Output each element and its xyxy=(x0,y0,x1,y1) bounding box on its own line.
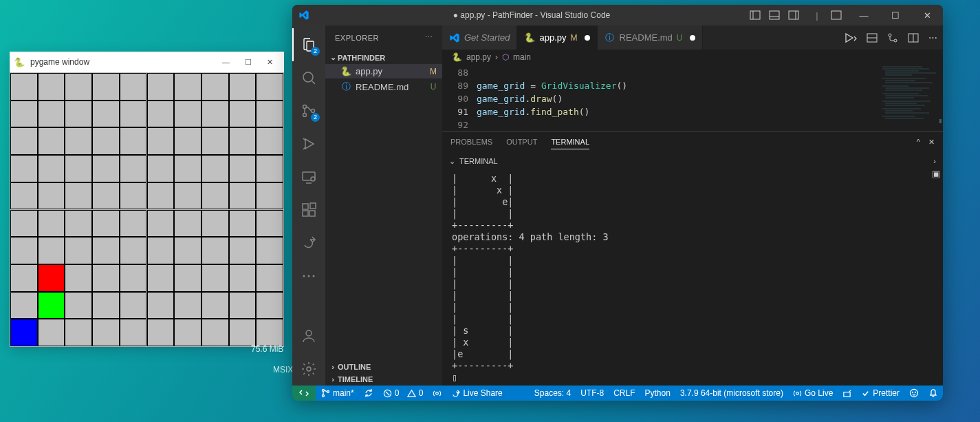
branch-button[interactable]: main* xyxy=(316,386,359,401)
grid-cell[interactable] xyxy=(202,292,229,319)
grid-cell[interactable] xyxy=(174,292,202,319)
activity-more[interactable] xyxy=(292,260,325,293)
explorer-more-icon[interactable]: ⋯ xyxy=(425,33,433,42)
terminal-expand-icon[interactable]: › xyxy=(933,157,936,165)
grid-cell[interactable] xyxy=(174,73,202,101)
grid-cell[interactable] xyxy=(174,237,202,264)
notifications-button[interactable] xyxy=(924,386,943,401)
grid-cell[interactable] xyxy=(92,127,120,155)
grid-cell[interactable] xyxy=(202,237,229,264)
prettier-button[interactable]: Prettier xyxy=(856,386,904,401)
grid-cell[interactable] xyxy=(38,210,65,238)
grid-cell[interactable] xyxy=(229,127,257,155)
grid-cell[interactable] xyxy=(10,319,38,346)
grid-cell[interactable] xyxy=(38,319,65,346)
grid-cell[interactable] xyxy=(120,101,147,128)
pygame-titlebar[interactable]: 🐍 pygame window — ☐ ✕ xyxy=(10,52,284,72)
grid-cell[interactable] xyxy=(229,210,257,238)
grid-cell[interactable] xyxy=(229,155,257,182)
grid-cell[interactable] xyxy=(202,264,229,292)
grid-cell[interactable] xyxy=(256,210,283,238)
layout-button-3[interactable] xyxy=(786,8,801,23)
spaces-button[interactable]: Spaces: 4 xyxy=(530,386,576,401)
minimize-button[interactable]: — xyxy=(222,58,230,67)
editor-content[interactable]: 8889909192 game_grid = GridVisualizer() … xyxy=(442,65,943,131)
layout-button-4[interactable] xyxy=(829,8,844,23)
close-button[interactable]: ✕ xyxy=(267,58,273,67)
grid-cell[interactable] xyxy=(10,292,38,319)
grid-cell[interactable] xyxy=(10,237,38,264)
grid-cell[interactable] xyxy=(256,127,283,155)
panel-tab-problems[interactable]: PROBLEMS xyxy=(450,135,492,149)
editor-tab[interactable]: 🐍app.pyM xyxy=(517,25,597,50)
grid-cell[interactable] xyxy=(229,73,257,101)
split-down-button[interactable] xyxy=(867,32,878,43)
maximize-button[interactable]: ☐ xyxy=(245,58,252,67)
grid-cell[interactable] xyxy=(38,237,65,264)
grid-cell[interactable] xyxy=(202,319,229,346)
grid-cell[interactable] xyxy=(147,127,175,155)
golive-button[interactable]: Go Live xyxy=(788,386,838,401)
grid-cell[interactable] xyxy=(38,127,65,155)
grid-cell[interactable] xyxy=(92,210,120,238)
breadcrumb[interactable]: 🐍 app.py › ⬡ main xyxy=(442,50,943,65)
grid-cell[interactable] xyxy=(229,182,257,210)
grid-cell[interactable] xyxy=(120,182,147,210)
grid-cell[interactable] xyxy=(120,319,147,346)
grid-cell[interactable] xyxy=(147,319,175,346)
grid-cell[interactable] xyxy=(256,182,283,210)
maximize-button[interactable]: ☐ xyxy=(880,5,911,25)
grid-cell[interactable] xyxy=(147,73,175,101)
grid-cell[interactable] xyxy=(174,210,202,238)
grid-cell[interactable] xyxy=(92,155,120,182)
split-right-button[interactable] xyxy=(908,32,919,43)
grid-cell[interactable] xyxy=(65,292,92,319)
vscode-titlebar[interactable]: ● app.py - PathFinder - Visual Studio Co… xyxy=(292,5,943,25)
grid-cell[interactable] xyxy=(202,73,229,101)
grid-cell[interactable] xyxy=(65,155,92,182)
grid-cell[interactable] xyxy=(229,319,257,346)
grid-cell[interactable] xyxy=(256,319,283,346)
grid-cell[interactable] xyxy=(120,292,147,319)
layout-button-2[interactable] xyxy=(767,8,782,23)
grid-cell[interactable] xyxy=(256,73,283,101)
grid-cell[interactable] xyxy=(120,73,147,101)
grid-cell[interactable] xyxy=(120,210,147,238)
feedback-button[interactable] xyxy=(904,386,924,401)
grid-cell[interactable] xyxy=(174,182,202,210)
radio-button[interactable] xyxy=(838,386,856,401)
grid-cell[interactable] xyxy=(65,182,92,210)
grid-cell[interactable] xyxy=(202,182,229,210)
grid-cell[interactable] xyxy=(202,155,229,182)
grid-cell[interactable] xyxy=(10,155,38,182)
run-button[interactable] xyxy=(845,32,857,43)
grid-cell[interactable] xyxy=(92,101,120,128)
grid-cell[interactable] xyxy=(10,73,38,101)
grid-cell[interactable] xyxy=(38,101,65,128)
grid-cell[interactable] xyxy=(120,155,147,182)
panel-close-icon[interactable]: ✕ xyxy=(928,138,935,147)
grid-cell[interactable] xyxy=(92,237,120,264)
grid-cell[interactable] xyxy=(147,264,175,292)
grid-cell[interactable] xyxy=(120,237,147,264)
grid-cell[interactable] xyxy=(38,155,65,182)
grid-cell[interactable] xyxy=(92,292,120,319)
activity-debug[interactable] xyxy=(292,127,325,160)
close-button[interactable]: ✕ xyxy=(911,5,943,25)
grid-cell[interactable] xyxy=(10,264,38,292)
grid-cell[interactable] xyxy=(229,101,257,128)
editor-tab[interactable]: Get Started xyxy=(442,25,517,50)
grid-cell[interactable] xyxy=(65,210,92,238)
grid-cell[interactable] xyxy=(147,101,175,128)
grid-cell[interactable] xyxy=(202,127,229,155)
outline-section[interactable]: › OUTLINE xyxy=(325,361,442,373)
grid-cell[interactable] xyxy=(92,264,120,292)
grid-cell[interactable] xyxy=(147,237,175,264)
grid-cell[interactable] xyxy=(202,101,229,128)
activity-remote[interactable] xyxy=(292,160,325,193)
grid-cell[interactable] xyxy=(147,155,175,182)
panel-tab-terminal[interactable]: TERMINAL xyxy=(551,135,589,149)
code-area[interactable]: game_grid = GridVisualizer() game_grid.d… xyxy=(477,65,877,131)
grid-cell[interactable] xyxy=(229,237,257,264)
tab-more-icon[interactable]: ⋯ xyxy=(928,32,937,43)
